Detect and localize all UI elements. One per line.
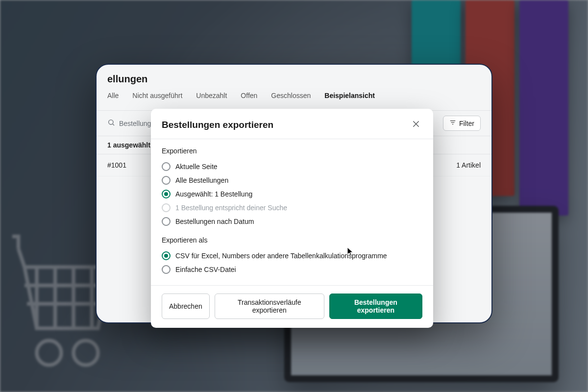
tab-open[interactable]: Offen <box>241 92 257 104</box>
tab-example-view[interactable]: Beispielansicht <box>324 92 375 104</box>
mouse-cursor-icon <box>347 247 354 257</box>
search-icon <box>107 119 115 128</box>
filter-icon <box>449 119 456 127</box>
radio-selected-orders[interactable]: Ausgewählt: 1 Bestellung <box>162 187 422 201</box>
radio-csv-excel[interactable]: CSV für Excel, Numbers oder andere Tabel… <box>162 249 422 263</box>
export-format-group: Exportieren als CSV für Excel, Numbers o… <box>162 236 422 276</box>
radio-icon <box>162 203 171 212</box>
radio-by-date[interactable]: Bestellungen nach Datum <box>162 215 422 228</box>
svg-line-3 <box>113 124 114 125</box>
radio-icon <box>162 190 171 198</box>
close-button[interactable] <box>410 118 422 132</box>
export-scope-label: Exportieren <box>162 147 422 155</box>
radio-icon <box>162 265 171 274</box>
filter-label: Filter <box>459 120 474 127</box>
tab-all[interactable]: Alle <box>107 92 119 104</box>
radio-icon <box>162 217 171 226</box>
modal-title: Bestellungen exportieren <box>162 120 273 130</box>
radio-label: Aktuelle Seite <box>175 163 218 171</box>
order-items-count: 1 Artikel <box>456 161 481 169</box>
filter-button[interactable]: Filter <box>443 116 481 131</box>
page-title: ellungen <box>97 65 491 92</box>
modal-footer: Abbrechen Transaktionsverläufe exportier… <box>151 285 433 328</box>
export-scope-group: Exportieren Aktuelle Seite Alle Bestellu… <box>162 147 422 228</box>
radio-csv-plain[interactable]: Einfache CSV-Datei <box>162 263 422 276</box>
modal-header: Bestellungen exportieren <box>151 109 433 139</box>
export-orders-button[interactable]: Bestellungen exportieren <box>329 294 422 319</box>
svg-point-2 <box>109 120 113 124</box>
radio-current-page[interactable]: Aktuelle Seite <box>162 160 422 173</box>
radio-label: Ausgewählt: 1 Bestellung <box>175 190 252 198</box>
tab-unpaid[interactable]: Unbezahlt <box>196 92 227 104</box>
export-orders-modal: Bestellungen exportieren Exportieren Akt… <box>151 109 433 328</box>
close-icon <box>412 122 420 130</box>
orders-tabs: Alle Nicht ausgeführt Unbezahlt Offen Ge… <box>97 92 491 111</box>
radio-label: 1 Bestellung entspricht deiner Suche <box>175 204 287 212</box>
radio-icon <box>162 251 171 260</box>
radio-label: CSV für Excel, Numbers oder andere Tabel… <box>175 252 387 260</box>
cancel-button[interactable]: Abbrechen <box>162 294 210 319</box>
radio-search-match: 1 Bestellung entspricht deiner Suche <box>162 201 422 215</box>
order-id: #1001 <box>107 161 126 169</box>
radio-all-orders[interactable]: Alle Bestellungen <box>162 173 422 187</box>
modal-body: Exportieren Aktuelle Seite Alle Bestellu… <box>151 139 433 285</box>
tab-unfulfilled[interactable]: Nicht ausgeführt <box>132 92 182 104</box>
radio-label: Einfache CSV-Datei <box>175 266 236 273</box>
export-format-label: Exportieren als <box>162 236 422 244</box>
radio-icon <box>162 176 171 185</box>
radio-icon <box>162 162 171 171</box>
radio-label: Bestellungen nach Datum <box>175 218 254 225</box>
radio-label: Alle Bestellungen <box>175 176 228 184</box>
tab-closed[interactable]: Geschlossen <box>271 92 311 104</box>
export-transactions-button[interactable]: Transaktionsverläufe exportieren <box>215 294 324 319</box>
